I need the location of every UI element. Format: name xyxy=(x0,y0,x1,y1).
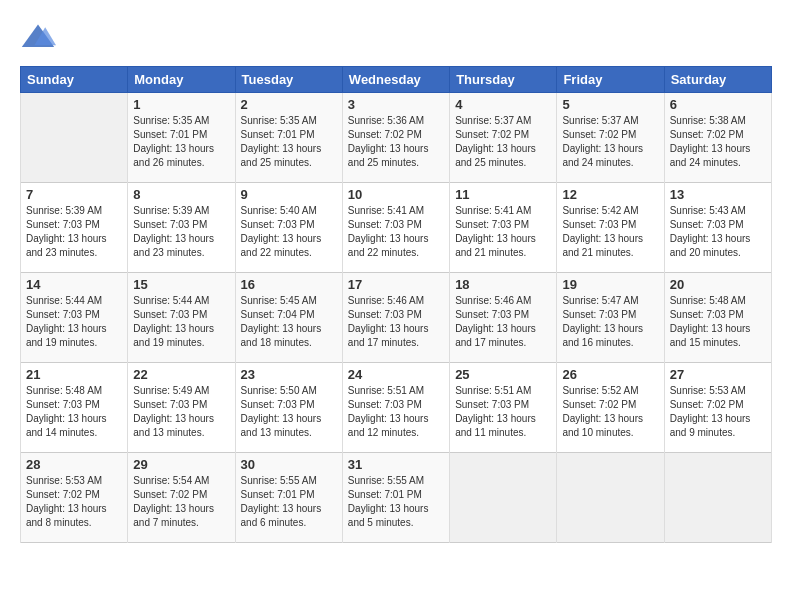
day-number: 26 xyxy=(562,367,658,382)
calendar-cell: 23Sunrise: 5:50 AM Sunset: 7:03 PM Dayli… xyxy=(235,363,342,453)
day-info: Sunrise: 5:49 AM Sunset: 7:03 PM Dayligh… xyxy=(133,384,229,440)
day-number: 3 xyxy=(348,97,444,112)
day-info: Sunrise: 5:52 AM Sunset: 7:02 PM Dayligh… xyxy=(562,384,658,440)
calendar-cell: 9Sunrise: 5:40 AM Sunset: 7:03 PM Daylig… xyxy=(235,183,342,273)
day-number: 22 xyxy=(133,367,229,382)
day-info: Sunrise: 5:53 AM Sunset: 7:02 PM Dayligh… xyxy=(26,474,122,530)
day-info: Sunrise: 5:45 AM Sunset: 7:04 PM Dayligh… xyxy=(241,294,337,350)
day-header-thursday: Thursday xyxy=(450,67,557,93)
calendar-cell: 18Sunrise: 5:46 AM Sunset: 7:03 PM Dayli… xyxy=(450,273,557,363)
calendar-week-2: 7Sunrise: 5:39 AM Sunset: 7:03 PM Daylig… xyxy=(21,183,772,273)
day-info: Sunrise: 5:35 AM Sunset: 7:01 PM Dayligh… xyxy=(133,114,229,170)
calendar-cell: 6Sunrise: 5:38 AM Sunset: 7:02 PM Daylig… xyxy=(664,93,771,183)
day-number: 25 xyxy=(455,367,551,382)
day-number: 24 xyxy=(348,367,444,382)
calendar-cell: 26Sunrise: 5:52 AM Sunset: 7:02 PM Dayli… xyxy=(557,363,664,453)
calendar-cell: 15Sunrise: 5:44 AM Sunset: 7:03 PM Dayli… xyxy=(128,273,235,363)
day-number: 5 xyxy=(562,97,658,112)
day-info: Sunrise: 5:47 AM Sunset: 7:03 PM Dayligh… xyxy=(562,294,658,350)
day-info: Sunrise: 5:48 AM Sunset: 7:03 PM Dayligh… xyxy=(670,294,766,350)
day-number: 11 xyxy=(455,187,551,202)
day-number: 19 xyxy=(562,277,658,292)
calendar-cell: 30Sunrise: 5:55 AM Sunset: 7:01 PM Dayli… xyxy=(235,453,342,543)
day-header-wednesday: Wednesday xyxy=(342,67,449,93)
day-info: Sunrise: 5:44 AM Sunset: 7:03 PM Dayligh… xyxy=(26,294,122,350)
day-info: Sunrise: 5:44 AM Sunset: 7:03 PM Dayligh… xyxy=(133,294,229,350)
calendar-cell: 20Sunrise: 5:48 AM Sunset: 7:03 PM Dayli… xyxy=(664,273,771,363)
day-info: Sunrise: 5:51 AM Sunset: 7:03 PM Dayligh… xyxy=(348,384,444,440)
day-number: 6 xyxy=(670,97,766,112)
calendar-cell xyxy=(450,453,557,543)
day-info: Sunrise: 5:37 AM Sunset: 7:02 PM Dayligh… xyxy=(562,114,658,170)
calendar-cell: 29Sunrise: 5:54 AM Sunset: 7:02 PM Dayli… xyxy=(128,453,235,543)
day-number: 23 xyxy=(241,367,337,382)
calendar-cell: 27Sunrise: 5:53 AM Sunset: 7:02 PM Dayli… xyxy=(664,363,771,453)
calendar-cell: 19Sunrise: 5:47 AM Sunset: 7:03 PM Dayli… xyxy=(557,273,664,363)
calendar-cell: 4Sunrise: 5:37 AM Sunset: 7:02 PM Daylig… xyxy=(450,93,557,183)
day-info: Sunrise: 5:36 AM Sunset: 7:02 PM Dayligh… xyxy=(348,114,444,170)
day-number: 28 xyxy=(26,457,122,472)
calendar-cell: 16Sunrise: 5:45 AM Sunset: 7:04 PM Dayli… xyxy=(235,273,342,363)
calendar-cell: 28Sunrise: 5:53 AM Sunset: 7:02 PM Dayli… xyxy=(21,453,128,543)
calendar-week-4: 21Sunrise: 5:48 AM Sunset: 7:03 PM Dayli… xyxy=(21,363,772,453)
calendar-cell: 17Sunrise: 5:46 AM Sunset: 7:03 PM Dayli… xyxy=(342,273,449,363)
day-number: 10 xyxy=(348,187,444,202)
calendar-cell: 1Sunrise: 5:35 AM Sunset: 7:01 PM Daylig… xyxy=(128,93,235,183)
day-info: Sunrise: 5:46 AM Sunset: 7:03 PM Dayligh… xyxy=(455,294,551,350)
day-number: 4 xyxy=(455,97,551,112)
day-header-monday: Monday xyxy=(128,67,235,93)
day-info: Sunrise: 5:48 AM Sunset: 7:03 PM Dayligh… xyxy=(26,384,122,440)
day-number: 30 xyxy=(241,457,337,472)
calendar-cell: 2Sunrise: 5:35 AM Sunset: 7:01 PM Daylig… xyxy=(235,93,342,183)
day-info: Sunrise: 5:42 AM Sunset: 7:03 PM Dayligh… xyxy=(562,204,658,260)
day-header-saturday: Saturday xyxy=(664,67,771,93)
day-number: 16 xyxy=(241,277,337,292)
calendar-header-row: SundayMondayTuesdayWednesdayThursdayFrid… xyxy=(21,67,772,93)
day-number: 21 xyxy=(26,367,122,382)
calendar-cell: 8Sunrise: 5:39 AM Sunset: 7:03 PM Daylig… xyxy=(128,183,235,273)
calendar-cell: 13Sunrise: 5:43 AM Sunset: 7:03 PM Dayli… xyxy=(664,183,771,273)
logo-icon xyxy=(20,20,56,56)
calendar-cell: 12Sunrise: 5:42 AM Sunset: 7:03 PM Dayli… xyxy=(557,183,664,273)
day-info: Sunrise: 5:35 AM Sunset: 7:01 PM Dayligh… xyxy=(241,114,337,170)
day-info: Sunrise: 5:41 AM Sunset: 7:03 PM Dayligh… xyxy=(348,204,444,260)
calendar-cell: 22Sunrise: 5:49 AM Sunset: 7:03 PM Dayli… xyxy=(128,363,235,453)
calendar-cell: 11Sunrise: 5:41 AM Sunset: 7:03 PM Dayli… xyxy=(450,183,557,273)
calendar-cell: 10Sunrise: 5:41 AM Sunset: 7:03 PM Dayli… xyxy=(342,183,449,273)
day-number: 13 xyxy=(670,187,766,202)
day-number: 2 xyxy=(241,97,337,112)
day-number: 14 xyxy=(26,277,122,292)
day-info: Sunrise: 5:41 AM Sunset: 7:03 PM Dayligh… xyxy=(455,204,551,260)
header-row xyxy=(20,16,772,56)
day-number: 7 xyxy=(26,187,122,202)
calendar-cell: 24Sunrise: 5:51 AM Sunset: 7:03 PM Dayli… xyxy=(342,363,449,453)
day-number: 9 xyxy=(241,187,337,202)
calendar-cell: 5Sunrise: 5:37 AM Sunset: 7:02 PM Daylig… xyxy=(557,93,664,183)
calendar-cell: 21Sunrise: 5:48 AM Sunset: 7:03 PM Dayli… xyxy=(21,363,128,453)
day-number: 18 xyxy=(455,277,551,292)
day-info: Sunrise: 5:55 AM Sunset: 7:01 PM Dayligh… xyxy=(348,474,444,530)
day-number: 17 xyxy=(348,277,444,292)
day-number: 29 xyxy=(133,457,229,472)
main-container: SundayMondayTuesdayWednesdayThursdayFrid… xyxy=(0,0,792,553)
calendar-table: SundayMondayTuesdayWednesdayThursdayFrid… xyxy=(20,66,772,543)
calendar-cell: 3Sunrise: 5:36 AM Sunset: 7:02 PM Daylig… xyxy=(342,93,449,183)
day-header-sunday: Sunday xyxy=(21,67,128,93)
day-info: Sunrise: 5:38 AM Sunset: 7:02 PM Dayligh… xyxy=(670,114,766,170)
calendar-week-3: 14Sunrise: 5:44 AM Sunset: 7:03 PM Dayli… xyxy=(21,273,772,363)
calendar-week-1: 1Sunrise: 5:35 AM Sunset: 7:01 PM Daylig… xyxy=(21,93,772,183)
day-header-tuesday: Tuesday xyxy=(235,67,342,93)
calendar-cell: 31Sunrise: 5:55 AM Sunset: 7:01 PM Dayli… xyxy=(342,453,449,543)
day-number: 20 xyxy=(670,277,766,292)
day-number: 8 xyxy=(133,187,229,202)
day-info: Sunrise: 5:37 AM Sunset: 7:02 PM Dayligh… xyxy=(455,114,551,170)
calendar-cell: 14Sunrise: 5:44 AM Sunset: 7:03 PM Dayli… xyxy=(21,273,128,363)
calendar-cell xyxy=(21,93,128,183)
day-number: 27 xyxy=(670,367,766,382)
day-info: Sunrise: 5:55 AM Sunset: 7:01 PM Dayligh… xyxy=(241,474,337,530)
day-number: 1 xyxy=(133,97,229,112)
logo xyxy=(20,20,60,56)
day-info: Sunrise: 5:50 AM Sunset: 7:03 PM Dayligh… xyxy=(241,384,337,440)
calendar-cell: 7Sunrise: 5:39 AM Sunset: 7:03 PM Daylig… xyxy=(21,183,128,273)
day-info: Sunrise: 5:53 AM Sunset: 7:02 PM Dayligh… xyxy=(670,384,766,440)
